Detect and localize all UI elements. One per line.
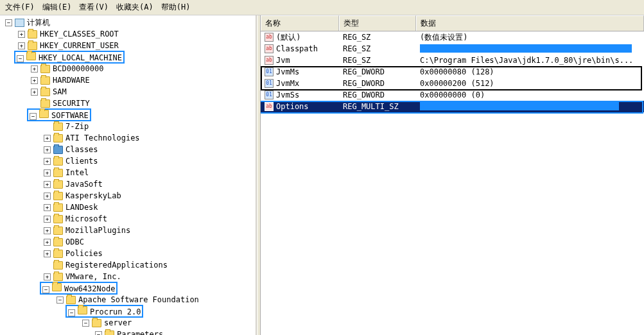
tree-item[interactable]: Clients — [65, 157, 98, 166]
expander-icon[interactable]: + — [44, 239, 51, 246]
tree-pane[interactable]: −计算机 +HKEY_CLASSES_ROOT +HKEY_CURRENT_US… — [0, 15, 257, 335]
tree-item[interactable]: Parameters — [117, 330, 163, 335]
expander-icon[interactable]: − — [42, 286, 49, 293]
col-type[interactable]: 类型 — [339, 15, 416, 31]
menu-favorites[interactable]: 收藏夹(A) — [116, 2, 153, 13]
expander-icon[interactable]: + — [44, 227, 51, 234]
folder-icon — [28, 42, 37, 50]
tree-item[interactable]: BCD00000000 — [53, 64, 103, 73]
tree-item[interactable]: SAM — [53, 87, 67, 96]
expander-icon[interactable]: + — [44, 216, 51, 223]
tree-item[interactable]: Apache Software Foundation — [78, 295, 199, 304]
tree-item[interactable]: HKEY_CURRENT_USER — [40, 41, 119, 50]
tree-item-wow[interactable]: Wow6432Node — [64, 284, 115, 293]
value-name: JvmSs — [276, 90, 299, 99]
string-value-icon: ab — [265, 33, 274, 42]
folder-icon — [40, 99, 50, 108]
expander-icon[interactable]: + — [44, 193, 51, 200]
expander-icon[interactable]: − — [17, 55, 24, 62]
value-type: REG_SZ — [339, 44, 416, 53]
tree-item[interactable]: JavaSoft — [65, 180, 103, 189]
col-name[interactable]: 名称 — [261, 15, 339, 31]
string-value-icon: ab — [265, 44, 274, 53]
value-type: REG_DWORD — [339, 79, 416, 88]
folder-icon — [40, 76, 50, 85]
expander-icon[interactable]: + — [31, 77, 38, 84]
dword-value-icon: 01 — [265, 79, 274, 88]
menu-file[interactable]: 文件(F) — [5, 2, 35, 13]
folder-icon — [28, 30, 37, 39]
tree-item[interactable]: Policies — [65, 249, 103, 258]
value-name: JvmMs — [276, 67, 299, 76]
tree-item[interactable]: VMware, Inc. — [65, 272, 121, 281]
folder-icon — [53, 238, 63, 246]
list-row[interactable]: abClasspathREG_SZx — [261, 43, 644, 55]
folder-icon — [26, 52, 36, 60]
folder-icon — [40, 65, 50, 73]
menu-edit[interactable]: 编辑(E) — [42, 2, 72, 13]
folder-icon — [105, 331, 114, 336]
expander-icon[interactable]: + — [44, 158, 51, 165]
expander-icon[interactable]: − — [57, 296, 64, 304]
expander-icon[interactable]: + — [44, 250, 51, 257]
expander-icon[interactable]: + — [18, 42, 25, 49]
menu-view[interactable]: 查看(V) — [79, 2, 109, 13]
expander-icon[interactable]: − — [30, 113, 37, 120]
expander-icon[interactable]: − — [95, 331, 102, 336]
list-row[interactable]: abJvmREG_SZC:\Program Files\Java\jdk1.7.… — [261, 55, 644, 66]
tree-item[interactable]: Classes — [65, 145, 98, 154]
folder-icon — [92, 319, 101, 327]
tree-item[interactable]: server — [104, 318, 132, 327]
expander-icon[interactable]: + — [31, 65, 38, 73]
value-name: JvmMx — [276, 79, 299, 88]
value-data: 0x00000000 (0) — [416, 90, 644, 99]
expander-icon[interactable]: + — [18, 31, 25, 38]
menu-bar: 文件(F) 编辑(E) 查看(V) 收藏夹(A) 帮助(H) — [0, 0, 644, 15]
value-name: Options — [276, 102, 309, 111]
tree-item[interactable]: HKEY_CLASSES_ROOT — [40, 30, 119, 39]
expander-icon[interactable]: + — [44, 146, 51, 153]
tree-item[interactable]: LANDesk — [65, 203, 98, 212]
folder-icon — [52, 283, 62, 291]
menu-help[interactable]: 帮助(H) — [161, 2, 191, 13]
expander-icon[interactable]: − — [68, 309, 75, 316]
col-data[interactable]: 数据 — [416, 15, 644, 31]
expander-icon[interactable]: − — [82, 320, 89, 327]
tree-item-software[interactable]: SOFTWARE — [51, 111, 89, 120]
expander-icon[interactable]: + — [44, 169, 51, 176]
value-data: C:\Program Files\Java\jdk1.7.0_80\jre\bi… — [416, 56, 644, 65]
expander-icon[interactable]: + — [31, 89, 38, 96]
tree-root[interactable]: 计算机 — [27, 17, 50, 28]
tree-item[interactable]: Intel — [65, 168, 89, 177]
list-header: 名称 类型 数据 — [261, 15, 644, 31]
expander-icon[interactable]: + — [44, 204, 51, 211]
folder-icon — [53, 250, 63, 258]
value-type: REG_DWORD — [339, 90, 416, 99]
tree-item[interactable]: 7-Zip — [65, 122, 89, 131]
tree-item[interactable]: SECURITY — [53, 99, 90, 108]
list-row[interactable]: abOptionsREG_MULTI_SZx — [261, 101, 644, 112]
tree-item-hklm[interactable]: HKEY_LOCAL_MACHINE — [39, 53, 122, 62]
list-row[interactable]: ab(默认)REG_SZ(数值未设置) — [261, 31, 644, 43]
list-body[interactable]: ab(默认)REG_SZ(数值未设置)abClasspathREG_SZxabJ… — [261, 31, 644, 335]
list-row[interactable]: 01JvmSsREG_DWORD0x00000000 (0) — [261, 89, 644, 101]
value-type: REG_DWORD — [339, 67, 416, 76]
expander-icon[interactable]: + — [44, 181, 51, 188]
expander-icon[interactable]: − — [5, 19, 12, 26]
string-value-icon: ab — [265, 56, 274, 65]
value-data: 0x00000080 (128) — [416, 67, 644, 76]
expander-icon[interactable]: + — [44, 135, 51, 142]
folder-icon — [53, 215, 63, 223]
tree-item[interactable]: KasperskyLab — [65, 191, 121, 200]
expander-icon[interactable]: + — [44, 273, 51, 280]
tree-item[interactable]: ATI Technologies — [65, 133, 140, 142]
tree-item[interactable]: HARDWARE — [53, 76, 90, 85]
tree-item[interactable]: ODBC — [65, 237, 84, 246]
tree-item[interactable]: RegisteredApplications — [65, 261, 168, 270]
tree-item[interactable]: Microsoft — [65, 214, 107, 223]
tree-item-procrun[interactable]: Procrun 2.0 — [90, 307, 141, 316]
list-row[interactable]: 01JvmMxREG_DWORD0x00000200 (512) — [261, 78, 644, 89]
folder-icon — [66, 296, 76, 304]
tree-item[interactable]: MozillaPlugins — [65, 226, 130, 235]
list-row[interactable]: 01JvmMsREG_DWORD0x00000080 (128) — [261, 66, 644, 78]
